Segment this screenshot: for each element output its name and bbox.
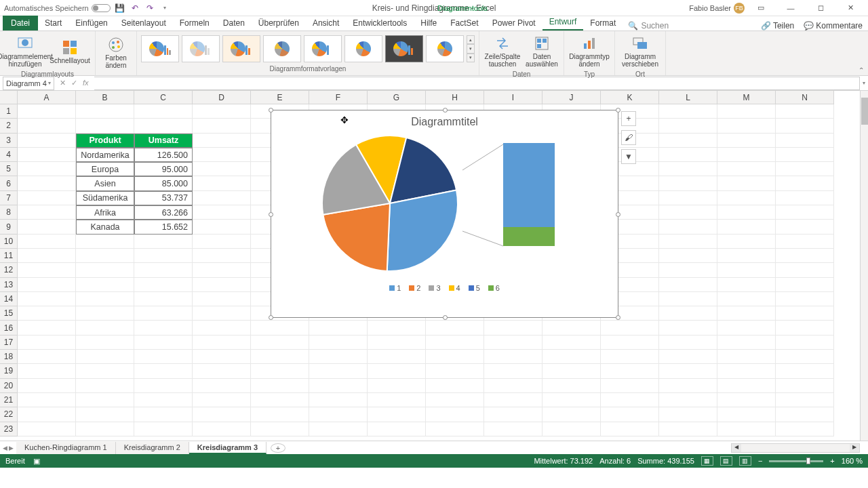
- cell-G23[interactable]: [368, 422, 426, 436]
- formula-input[interactable]: [94, 77, 860, 90]
- cell-B13[interactable]: [76, 278, 134, 292]
- cell-A22[interactable]: [18, 407, 76, 422]
- tab-entwicklertools[interactable]: Entwicklertools: [346, 16, 414, 30]
- cell-D9[interactable]: [193, 220, 251, 234]
- cell-F19[interactable]: [309, 364, 368, 378]
- cell-L19[interactable]: [659, 364, 717, 378]
- cell-K20[interactable]: [601, 379, 659, 393]
- cell-D11[interactable]: [193, 249, 251, 263]
- row-header-11[interactable]: 11: [0, 249, 18, 263]
- cell-F20[interactable]: [309, 379, 368, 393]
- row-header-3[interactable]: 3: [0, 134, 18, 148]
- tab-format[interactable]: Format: [583, 16, 623, 30]
- cell-M21[interactable]: [717, 393, 776, 407]
- cell-N1[interactable]: [776, 104, 834, 119]
- cell-B10[interactable]: [76, 235, 134, 249]
- cell-J22[interactable]: [542, 407, 601, 422]
- col-header-D[interactable]: D: [193, 91, 251, 104]
- cell-A3[interactable]: [18, 134, 76, 148]
- tab-file[interactable]: Datei: [3, 16, 38, 30]
- cell-I16[interactable]: [484, 321, 542, 335]
- cell-B4[interactable]: Nordamerika: [76, 148, 134, 162]
- legend-item-2[interactable]: 2: [409, 284, 420, 292]
- cell-M23[interactable]: [717, 422, 776, 436]
- legend-item-6[interactable]: 6: [488, 284, 500, 292]
- cell-H17[interactable]: [426, 336, 484, 350]
- row-header-1[interactable]: 1: [0, 104, 18, 119]
- cell-M10[interactable]: [717, 235, 776, 249]
- tab-seitenlayout[interactable]: Seitenlayout: [115, 16, 173, 30]
- cell-F17[interactable]: [309, 336, 368, 350]
- cell-C8[interactable]: 63.266: [134, 205, 193, 220]
- cell-I22[interactable]: [484, 407, 542, 422]
- bar-segment-6[interactable]: [503, 227, 555, 246]
- row-header-17[interactable]: 17: [0, 336, 18, 350]
- cell-C7[interactable]: 53.737: [134, 191, 193, 205]
- cell-I18[interactable]: [484, 350, 542, 364]
- cell-C4[interactable]: 126.500: [134, 148, 193, 162]
- cell-B20[interactable]: [76, 379, 134, 393]
- col-header-C[interactable]: C: [134, 91, 193, 104]
- cell-H18[interactable]: [426, 350, 484, 364]
- cell-D19[interactable]: [193, 364, 251, 378]
- resize-handle[interactable]: [269, 108, 273, 113]
- macro-record-icon[interactable]: ▣: [33, 457, 40, 466]
- row-header-21[interactable]: 21: [0, 393, 18, 407]
- cell-N7[interactable]: [776, 191, 834, 205]
- cell-F23[interactable]: [309, 422, 368, 436]
- cell-C20[interactable]: [134, 379, 193, 393]
- quick-layout-button[interactable]: Schnelllayout: [49, 33, 91, 70]
- undo-icon[interactable]: ↶: [130, 3, 140, 14]
- cell-N20[interactable]: [776, 379, 834, 393]
- row-header-12[interactable]: 12: [0, 263, 18, 277]
- cell-L23[interactable]: [659, 422, 717, 436]
- cell-D4[interactable]: [193, 148, 251, 162]
- cell-F16[interactable]: [309, 321, 368, 335]
- cell-N4[interactable]: [776, 148, 834, 162]
- comments-button[interactable]: 💬 Kommentare: [804, 21, 863, 30]
- row-header-4[interactable]: 4: [0, 148, 18, 162]
- cell-I20[interactable]: [484, 379, 542, 393]
- redo-icon[interactable]: ↷: [144, 3, 155, 14]
- cell-N19[interactable]: [776, 364, 834, 378]
- cell-E18[interactable]: [251, 350, 309, 364]
- cell-K17[interactable]: [601, 336, 659, 350]
- row-header-6[interactable]: 6: [0, 176, 18, 190]
- cell-A11[interactable]: [18, 249, 76, 263]
- cell-H21[interactable]: [426, 393, 484, 407]
- resize-handle[interactable]: [269, 315, 273, 320]
- cell-N14[interactable]: [776, 292, 834, 306]
- cell-D16[interactable]: [193, 321, 251, 335]
- cell-B19[interactable]: [76, 364, 134, 378]
- cell-N6[interactable]: [776, 176, 834, 190]
- resize-handle[interactable]: [443, 315, 448, 320]
- cell-D3[interactable]: [193, 134, 251, 148]
- cell-C13[interactable]: [134, 278, 193, 292]
- cell-L14[interactable]: [659, 292, 717, 306]
- col-header-N[interactable]: N: [776, 91, 834, 104]
- cell-M3[interactable]: [717, 134, 776, 148]
- cell-A4[interactable]: [18, 148, 76, 162]
- col-header-A[interactable]: A: [18, 91, 76, 104]
- cell-E21[interactable]: [251, 393, 309, 407]
- cell-F21[interactable]: [309, 393, 368, 407]
- cell-L16[interactable]: [659, 321, 717, 335]
- cell-C16[interactable]: [134, 321, 193, 335]
- cell-A15[interactable]: [18, 306, 76, 321]
- cell-H19[interactable]: [426, 364, 484, 378]
- collapse-ribbon-icon[interactable]: ⌃: [859, 66, 864, 74]
- row-header-15[interactable]: 15: [0, 306, 18, 321]
- cell-M13[interactable]: [717, 278, 776, 292]
- cell-N9[interactable]: [776, 220, 834, 234]
- cell-G18[interactable]: [368, 350, 426, 364]
- cell-N3[interactable]: [776, 134, 834, 148]
- normal-view-icon[interactable]: ▦: [701, 456, 713, 466]
- cell-L13[interactable]: [659, 278, 717, 292]
- cell-C9[interactable]: 15.652: [134, 220, 193, 234]
- tab-ansicht[interactable]: Ansicht: [306, 16, 346, 30]
- cell-E20[interactable]: [251, 379, 309, 393]
- page-break-view-icon[interactable]: ▥: [739, 456, 751, 466]
- ribbon-options-icon[interactable]: ▭: [747, 0, 774, 16]
- cell-A14[interactable]: [18, 292, 76, 306]
- cell-M8[interactable]: [717, 205, 776, 220]
